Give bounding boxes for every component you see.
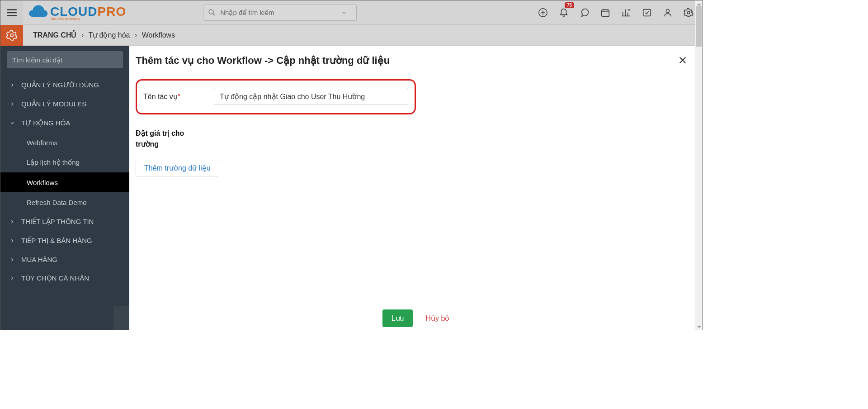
chevron-right-icon — [9, 219, 15, 224]
breadcrumb: TRANG CHỦ › Tự động hóa › Workflows — [33, 31, 175, 39]
chat-icon[interactable] — [580, 8, 590, 18]
nav-workflows[interactable]: Workflows — [0, 172, 129, 192]
menu-toggle[interactable] — [0, 0, 23, 25]
chevron-down-icon[interactable] — [341, 10, 347, 16]
nav-label: TIẾP THỊ & BÁN HÀNG — [21, 237, 92, 245]
gear-icon — [6, 29, 18, 41]
chevron-right-icon — [9, 257, 15, 262]
main-content: Thêm tác vụ cho Workflow -> Cập nhật trư… — [129, 46, 703, 330]
page-scrollbar[interactable] — [695, 0, 703, 330]
tasks-icon[interactable] — [642, 8, 652, 18]
bell-icon — [559, 7, 569, 17]
modal-footer: Lưu Hủy bỏ — [129, 306, 703, 330]
chevron-down-icon — [9, 120, 15, 126]
svg-rect-3 — [643, 9, 651, 16]
nav-personal[interactable]: TÙY CHỌN CÁ NHÂN — [0, 269, 129, 288]
nav-marketing[interactable]: TIẾP THỊ & BÁN HÀNG — [0, 231, 129, 250]
label-text: Tên tác vụ — [143, 93, 178, 100]
notifications-button[interactable]: 75 — [559, 7, 569, 19]
logo-text-accent: PRO — [98, 5, 127, 19]
set-field-values-label: Đặt giá trị cho trường — [136, 128, 199, 150]
breadcrumb-home[interactable]: TRANG CHỦ — [33, 31, 76, 39]
svg-point-4 — [666, 9, 669, 12]
chevron-right-icon — [9, 238, 15, 243]
sidebar-search-input[interactable] — [7, 51, 123, 68]
svg-point-6 — [10, 33, 14, 37]
app-logo[interactable]: CLOUDPRO The CRM by Industry — [28, 4, 126, 21]
cancel-button[interactable]: Hủy bỏ — [425, 314, 449, 323]
nav-purchase[interactable]: MUA HÀNG — [0, 250, 129, 269]
save-button[interactable]: Lưu — [382, 309, 413, 327]
svg-point-0 — [209, 10, 213, 14]
notif-badge: 75 — [565, 2, 574, 8]
nav-label: QUẢN LÝ NGƯỜI DÙNG — [21, 81, 99, 89]
nav-webforms[interactable]: Webforms — [0, 133, 129, 152]
scrollbar-thumb[interactable] — [696, 6, 702, 47]
calendar-icon[interactable] — [600, 8, 610, 18]
close-icon — [678, 56, 687, 65]
nav-label: QUẢN LÝ MODULES — [21, 100, 86, 108]
top-header: CLOUDPRO The CRM by Industry 75 — [0, 0, 703, 25]
modal-close-button[interactable] — [676, 55, 689, 67]
breadcrumb-bar: TRANG CHỦ › Tự động hóa › Workflows — [0, 25, 703, 46]
chevron-right-icon — [9, 276, 15, 281]
logo-text-main: CLOUD — [50, 5, 98, 19]
search-icon — [208, 9, 216, 16]
add-icon[interactable] — [538, 8, 548, 18]
cloud-icon — [28, 4, 48, 21]
nav-label: TÙY CHỌN CÁ NHÂN — [21, 274, 89, 282]
global-search[interactable] — [203, 5, 357, 21]
analytics-icon[interactable] — [621, 8, 631, 18]
nav-label: TỰ ĐỘNG HÓA — [21, 119, 70, 127]
nav-users[interactable]: QUẢN LÝ NGƯỜI DÙNG — [0, 76, 129, 95]
footer-sidebar-strip — [113, 306, 129, 330]
nav-info[interactable]: THIẾT LẬP THÔNG TIN — [0, 212, 129, 231]
breadcrumb-l2[interactable]: Workflows — [142, 31, 175, 39]
nav-automation[interactable]: TỰ ĐỘNG HÓA — [0, 114, 129, 133]
header-actions: 75 — [538, 7, 703, 19]
hamburger-icon — [6, 7, 18, 19]
settings-icon[interactable] — [684, 8, 693, 18]
modal-title: Thêm tác vụ cho Workflow -> Cập nhật trư… — [136, 55, 676, 67]
nav-refresh-demo[interactable]: Refresh Data Demo — [0, 192, 129, 212]
task-name-label: Tên tác vụ* — [143, 92, 207, 101]
task-name-input[interactable] — [214, 88, 408, 105]
task-name-row: Tên tác vụ* — [136, 79, 416, 114]
nav-modules[interactable]: QUẢN LÝ MODULES — [0, 95, 129, 114]
breadcrumb-l1[interactable]: Tự động hóa — [88, 31, 130, 39]
svg-point-5 — [687, 11, 690, 14]
settings-home-button[interactable] — [0, 25, 23, 46]
workflow-task-modal: Thêm tác vụ cho Workflow -> Cập nhật trư… — [129, 46, 703, 330]
settings-sidebar: QUẢN LÝ NGƯỜI DÙNG QUẢN LÝ MODULES TỰ ĐỘ… — [0, 46, 129, 330]
nav-label: MUA HÀNG — [21, 256, 57, 263]
global-search-input[interactable] — [220, 9, 341, 16]
nav-label: THIẾT LẬP THÔNG TIN — [21, 218, 94, 226]
svg-rect-2 — [602, 10, 609, 16]
chevron-right-icon — [9, 101, 15, 107]
chevron-right-icon — [9, 82, 15, 88]
add-field-button[interactable]: Thêm trường dữ liệu — [136, 160, 219, 176]
user-icon[interactable] — [663, 8, 673, 18]
scroll-down-icon[interactable] — [696, 323, 702, 329]
nav-scheduler[interactable]: Lập lịch hệ thống — [0, 152, 129, 172]
